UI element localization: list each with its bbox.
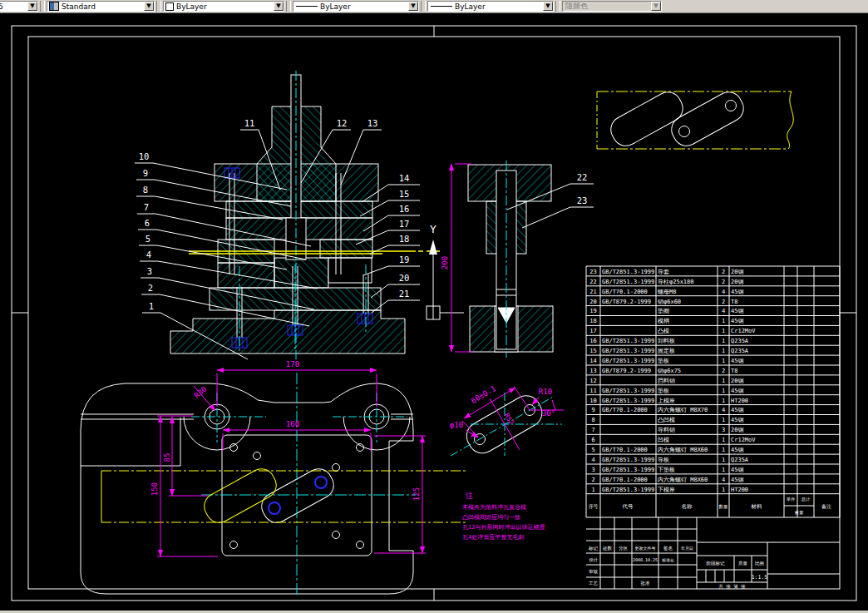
bom-name: 销φ6x75 <box>657 368 681 374</box>
bom-table: 23GB/T2851.3-1999导套220钢22GB/T2851.3-1999… <box>586 266 840 517</box>
tb-rev-sign: 签名 <box>663 546 673 551</box>
bom-qty: 4 <box>722 407 725 413</box>
bom-seq: 12 <box>589 378 596 384</box>
callout-number: 6 <box>145 218 150 228</box>
bom-seq: 8 <box>591 417 594 423</box>
linetype-sample-icon <box>296 6 318 7</box>
callout-number: 14 <box>399 173 410 183</box>
callout-number: 19 <box>399 255 410 264</box>
bom-code: GB/T2851.3-1999 <box>602 457 654 463</box>
bom-seq: 15 <box>589 348 596 354</box>
dim-125: 125 <box>412 487 421 501</box>
callout-number: 11 <box>244 118 255 128</box>
bom-name: 导套 <box>658 269 669 275</box>
chevron-down-icon[interactable]: ▼ <box>408 2 418 11</box>
lineweight-value: ByLayer <box>452 2 543 11</box>
toolbar-separator <box>40 1 45 12</box>
plotstyle-combo: 随颜色 ▼ <box>562 1 662 12</box>
note-line: 孔12与外形同时冲出以保证精度 <box>462 524 545 531</box>
drawing-canvas[interactable]: Y <box>0 0 868 613</box>
bom-material: 45钢 <box>731 308 743 314</box>
text-style-value: Standard <box>59 2 144 11</box>
layer-combo-value: 5 <box>0 2 27 11</box>
bom-qty: 1 <box>722 328 725 334</box>
callout-number: 4 <box>146 250 151 260</box>
bom-material: 45钢 <box>731 447 743 453</box>
cad-application-window: { "toolbar": { "combo1": "5", "style_com… <box>0 0 868 613</box>
linetype-combo[interactable]: ByLayer ▼ <box>293 1 419 12</box>
note-line: 本模具为落料冲孔复合模 <box>462 504 526 511</box>
section-arrow-icon <box>429 240 437 255</box>
dim-85: 85 <box>163 453 171 462</box>
linetype-value: ByLayer <box>318 2 408 11</box>
lineweight-sample-icon <box>431 6 452 7</box>
bom-qty: 1 <box>722 358 725 364</box>
bom-qty: 1 <box>722 417 725 423</box>
callout-number: 2 <box>148 283 153 293</box>
callout-number: 15 <box>399 189 410 199</box>
bom-name: 凹模 <box>658 437 669 443</box>
color-control-value: ByLayer <box>174 2 274 11</box>
chevron-down-icon[interactable]: ▼ <box>274 2 284 11</box>
tb-design: 设计 <box>589 557 599 562</box>
dim-dia10: φ10 <box>450 421 463 429</box>
bom-header-weight: 重量 <box>795 510 805 515</box>
bom-header-unit: 单件 <box>787 497 796 502</box>
color-control-combo[interactable]: ByLayer ▼ <box>163 1 284 12</box>
dim-r10: R10 <box>539 388 552 396</box>
bom-header-name: 名称 <box>682 503 693 510</box>
bom-seq: 16 <box>589 338 596 344</box>
bom-seq: 11 <box>589 388 596 394</box>
bom-code: GB/T879.2-1999 <box>602 299 651 305</box>
text-style-combo[interactable]: Standard ▼ <box>47 1 155 12</box>
bom-name: 垫圈 <box>657 308 669 314</box>
bom-code: GB/T70.1-2000 <box>602 477 648 483</box>
bom-material: 45钢 <box>731 318 743 324</box>
bom-name: 卸料板 <box>658 338 675 344</box>
tb-stage: 阶段标记 <box>707 561 726 566</box>
bom-name: 螺母M8 <box>658 289 676 295</box>
callout-number: 23 <box>577 195 588 205</box>
bom-qty: 1 <box>722 388 725 394</box>
bom-material: 20钢 <box>731 269 743 275</box>
bom-qty: 1 <box>722 338 725 344</box>
bom-seq: 18 <box>589 318 596 324</box>
callout-leader <box>522 207 570 228</box>
bom-name: 内六角螺钉 M8X70 <box>658 407 708 413</box>
callout-number: 1 <box>149 301 154 311</box>
tb-scale: 比例 <box>755 561 764 566</box>
chevron-down-icon[interactable]: ▼ <box>543 2 553 11</box>
bom-qty: 4 <box>722 308 725 314</box>
bom-qty: 1 <box>722 348 725 354</box>
bom-name: 凸模 <box>658 328 669 334</box>
lineweight-combo[interactable]: ByLayer ▼ <box>427 1 554 12</box>
callout-number: 7 <box>144 202 149 212</box>
bom-seq: 17 <box>589 328 596 334</box>
bom-material: 45钢 <box>731 417 743 423</box>
style-icon <box>49 2 59 11</box>
tb-rev-file: 更改文件号 <box>635 546 656 551</box>
section-letter: Y <box>430 223 436 235</box>
bom-material: 45钢 <box>731 477 743 483</box>
tb-process: 工艺 <box>589 581 599 586</box>
bom-seq: 10 <box>589 398 596 404</box>
bom-seq: 6 <box>591 437 594 443</box>
bom-name: 导板 <box>658 457 669 463</box>
layer-combo[interactable]: 5 ▼ <box>0 1 38 12</box>
tb-sheet: 共 张 第 张 <box>718 584 746 590</box>
bom-qty: 1 <box>722 467 725 473</box>
part-detail-view <box>451 391 562 458</box>
bom-code: GB/T2851.3-1999 <box>602 348 654 354</box>
callout-number: 20 <box>399 273 410 283</box>
bom-material: Q235A <box>731 457 749 463</box>
bom-seq: 20 <box>589 299 596 305</box>
bom-seq: 14 <box>589 358 596 364</box>
note-line: 孔4处冲后应平整无毛刺 <box>462 533 524 541</box>
chevron-down-icon[interactable]: ▼ <box>27 2 37 11</box>
bom-code: GB/T2851.3-1999 <box>602 467 654 473</box>
bom-material: Q235A <box>731 338 749 344</box>
chevron-down-icon[interactable]: ▼ <box>144 2 154 11</box>
bom-material: 20钢 <box>731 378 743 384</box>
strip-layout-view <box>597 87 793 151</box>
right-section-view <box>468 165 553 352</box>
